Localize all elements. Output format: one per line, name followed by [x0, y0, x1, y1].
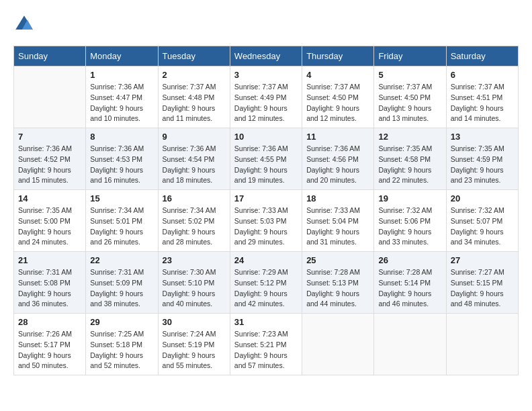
- day-number: 13: [451, 132, 514, 142]
- day-number: 4: [306, 70, 369, 80]
- day-info: Sunrise: 7:32 AM Sunset: 5:06 PM Dayligh…: [378, 205, 441, 248]
- day-number: 27: [451, 255, 514, 265]
- day-number: 6: [451, 70, 514, 80]
- day-info: Sunrise: 7:24 AM Sunset: 5:19 PM Dayligh…: [163, 329, 226, 371]
- day-number: 21: [18, 255, 81, 265]
- calendar-day-cell: 22Sunrise: 7:31 AM Sunset: 5:09 PM Dayli…: [86, 252, 158, 314]
- calendar-day-cell: 12Sunrise: 7:35 AM Sunset: 4:58 PM Dayli…: [374, 128, 446, 190]
- day-number: 3: [234, 70, 298, 80]
- calendar-day-cell: 8Sunrise: 7:36 AM Sunset: 4:53 PM Daylig…: [86, 128, 158, 190]
- day-info: Sunrise: 7:32 AM Sunset: 5:07 PM Dayligh…: [451, 205, 514, 248]
- day-info: Sunrise: 7:27 AM Sunset: 5:15 PM Dayligh…: [451, 267, 514, 310]
- day-info: Sunrise: 7:37 AM Sunset: 4:48 PM Dayligh…: [163, 82, 226, 124]
- day-number: 11: [306, 132, 369, 142]
- day-info: Sunrise: 7:37 AM Sunset: 4:51 PM Dayligh…: [451, 82, 514, 124]
- calendar-day-cell: 15Sunrise: 7:34 AM Sunset: 5:01 PM Dayli…: [86, 190, 158, 252]
- day-number: 22: [90, 255, 153, 265]
- day-number: 16: [163, 193, 226, 203]
- day-number: 28: [18, 317, 81, 327]
- day-info: Sunrise: 7:35 AM Sunset: 4:58 PM Dayligh…: [378, 144, 441, 186]
- calendar-day-cell: [374, 314, 446, 375]
- calendar-day-cell: 3Sunrise: 7:37 AM Sunset: 4:49 PM Daylig…: [230, 66, 302, 128]
- calendar-day-header: Monday: [86, 46, 158, 66]
- calendar-day-header: Tuesday: [158, 46, 230, 66]
- day-number: 15: [90, 193, 153, 203]
- day-info: Sunrise: 7:28 AM Sunset: 5:13 PM Dayligh…: [306, 267, 369, 310]
- calendar-day-cell: 27Sunrise: 7:27 AM Sunset: 5:15 PM Dayli…: [446, 252, 518, 314]
- calendar-day-cell: 16Sunrise: 7:34 AM Sunset: 5:02 PM Dayli…: [158, 190, 230, 252]
- day-info: Sunrise: 7:36 AM Sunset: 4:47 PM Dayligh…: [90, 82, 153, 124]
- day-number: 23: [163, 255, 226, 265]
- logo: [13, 13, 38, 35]
- day-info: Sunrise: 7:37 AM Sunset: 4:50 PM Dayligh…: [306, 82, 369, 124]
- logo-icon: [13, 13, 35, 35]
- calendar-day-cell: 14Sunrise: 7:35 AM Sunset: 5:00 PM Dayli…: [14, 190, 86, 252]
- day-number: 31: [234, 317, 298, 327]
- calendar-day-cell: 17Sunrise: 7:33 AM Sunset: 5:03 PM Dayli…: [230, 190, 302, 252]
- day-info: Sunrise: 7:33 AM Sunset: 5:03 PM Dayligh…: [234, 205, 298, 248]
- calendar-day-cell: 9Sunrise: 7:36 AM Sunset: 4:54 PM Daylig…: [158, 128, 230, 190]
- calendar-week-row: 7Sunrise: 7:36 AM Sunset: 4:52 PM Daylig…: [14, 128, 519, 190]
- day-info: Sunrise: 7:31 AM Sunset: 5:09 PM Dayligh…: [90, 267, 153, 310]
- calendar-day-cell: 20Sunrise: 7:32 AM Sunset: 5:07 PM Dayli…: [446, 190, 518, 252]
- day-number: 29: [90, 317, 153, 327]
- day-number: 1: [90, 70, 153, 80]
- page-header: [13, 13, 519, 35]
- day-info: Sunrise: 7:30 AM Sunset: 5:10 PM Dayligh…: [163, 267, 226, 310]
- calendar-day-cell: 25Sunrise: 7:28 AM Sunset: 5:13 PM Dayli…: [302, 252, 374, 314]
- day-info: Sunrise: 7:36 AM Sunset: 4:53 PM Dayligh…: [90, 144, 153, 186]
- day-info: Sunrise: 7:31 AM Sunset: 5:08 PM Dayligh…: [18, 267, 81, 310]
- calendar-day-cell: 28Sunrise: 7:26 AM Sunset: 5:17 PM Dayli…: [14, 314, 86, 375]
- calendar-day-cell: 6Sunrise: 7:37 AM Sunset: 4:51 PM Daylig…: [446, 66, 518, 128]
- day-number: 26: [378, 255, 441, 265]
- calendar-day-cell: 5Sunrise: 7:37 AM Sunset: 4:50 PM Daylig…: [374, 66, 446, 128]
- calendar-day-header: Friday: [374, 46, 446, 66]
- day-info: Sunrise: 7:35 AM Sunset: 4:59 PM Dayligh…: [451, 144, 514, 186]
- day-info: Sunrise: 7:35 AM Sunset: 5:00 PM Dayligh…: [18, 205, 81, 248]
- calendar-header-row: SundayMondayTuesdayWednesdayThursdayFrid…: [14, 46, 519, 66]
- calendar-day-header: Saturday: [446, 46, 518, 66]
- calendar-day-cell: 4Sunrise: 7:37 AM Sunset: 4:50 PM Daylig…: [302, 66, 374, 128]
- day-info: Sunrise: 7:36 AM Sunset: 4:54 PM Dayligh…: [163, 144, 226, 186]
- calendar-day-cell: 19Sunrise: 7:32 AM Sunset: 5:06 PM Dayli…: [374, 190, 446, 252]
- calendar-day-header: Wednesday: [230, 46, 302, 66]
- calendar-week-row: 28Sunrise: 7:26 AM Sunset: 5:17 PM Dayli…: [14, 314, 519, 375]
- calendar-day-cell: 29Sunrise: 7:25 AM Sunset: 5:18 PM Dayli…: [86, 314, 158, 375]
- day-info: Sunrise: 7:34 AM Sunset: 5:01 PM Dayligh…: [90, 205, 153, 248]
- calendar-day-cell: 23Sunrise: 7:30 AM Sunset: 5:10 PM Dayli…: [158, 252, 230, 314]
- calendar-day-cell: [14, 66, 86, 128]
- calendar-day-cell: 18Sunrise: 7:33 AM Sunset: 5:04 PM Dayli…: [302, 190, 374, 252]
- calendar-day-cell: 24Sunrise: 7:29 AM Sunset: 5:12 PM Dayli…: [230, 252, 302, 314]
- calendar-day-cell: [302, 314, 374, 375]
- calendar-week-row: 21Sunrise: 7:31 AM Sunset: 5:08 PM Dayli…: [14, 252, 519, 314]
- day-number: 24: [234, 255, 298, 265]
- day-number: 9: [163, 132, 226, 142]
- calendar-day-cell: 30Sunrise: 7:24 AM Sunset: 5:19 PM Dayli…: [158, 314, 230, 375]
- day-info: Sunrise: 7:26 AM Sunset: 5:17 PM Dayligh…: [18, 329, 81, 371]
- day-number: 8: [90, 132, 153, 142]
- day-number: 2: [163, 70, 226, 80]
- day-number: 19: [378, 193, 441, 203]
- day-number: 25: [306, 255, 369, 265]
- day-info: Sunrise: 7:33 AM Sunset: 5:04 PM Dayligh…: [306, 205, 369, 248]
- day-info: Sunrise: 7:34 AM Sunset: 5:02 PM Dayligh…: [163, 205, 226, 248]
- calendar-table: SundayMondayTuesdayWednesdayThursdayFrid…: [13, 46, 519, 375]
- calendar-day-cell: 26Sunrise: 7:28 AM Sunset: 5:14 PM Dayli…: [374, 252, 446, 314]
- calendar-day-cell: 31Sunrise: 7:23 AM Sunset: 5:21 PM Dayli…: [230, 314, 302, 375]
- calendar-week-row: 1Sunrise: 7:36 AM Sunset: 4:47 PM Daylig…: [14, 66, 519, 128]
- day-number: 5: [378, 70, 441, 80]
- day-info: Sunrise: 7:36 AM Sunset: 4:55 PM Dayligh…: [234, 144, 298, 186]
- day-info: Sunrise: 7:37 AM Sunset: 4:50 PM Dayligh…: [378, 82, 441, 124]
- calendar-day-cell: [446, 314, 518, 375]
- day-number: 18: [306, 193, 369, 203]
- day-number: 7: [18, 132, 81, 142]
- calendar-week-row: 14Sunrise: 7:35 AM Sunset: 5:00 PM Dayli…: [14, 190, 519, 252]
- calendar-day-header: Thursday: [302, 46, 374, 66]
- day-info: Sunrise: 7:23 AM Sunset: 5:21 PM Dayligh…: [234, 329, 298, 371]
- day-info: Sunrise: 7:36 AM Sunset: 4:52 PM Dayligh…: [18, 144, 81, 186]
- calendar-day-cell: 21Sunrise: 7:31 AM Sunset: 5:08 PM Dayli…: [14, 252, 86, 314]
- calendar-day-cell: 11Sunrise: 7:36 AM Sunset: 4:56 PM Dayli…: [302, 128, 374, 190]
- day-info: Sunrise: 7:25 AM Sunset: 5:18 PM Dayligh…: [90, 329, 153, 371]
- day-info: Sunrise: 7:37 AM Sunset: 4:49 PM Dayligh…: [234, 82, 298, 124]
- day-number: 10: [234, 132, 298, 142]
